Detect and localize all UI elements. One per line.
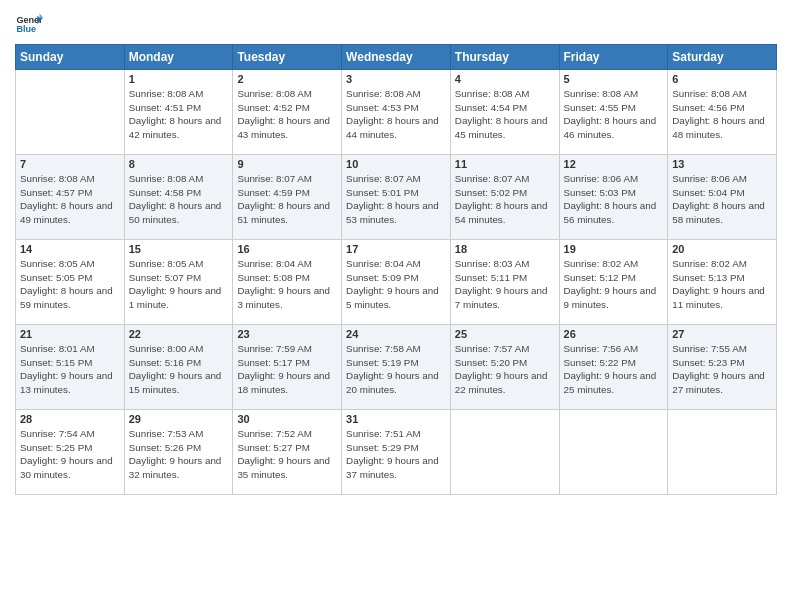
day-cell: 11Sunrise: 8:07 AMSunset: 5:02 PMDayligh… xyxy=(450,155,559,240)
day-number: 31 xyxy=(346,413,446,425)
day-cell: 21Sunrise: 8:01 AMSunset: 5:15 PMDayligh… xyxy=(16,325,125,410)
header-row: SundayMondayTuesdayWednesdayThursdayFrid… xyxy=(16,45,777,70)
day-cell: 20Sunrise: 8:02 AMSunset: 5:13 PMDayligh… xyxy=(668,240,777,325)
logo: General Blue xyxy=(15,10,47,38)
day-info: Sunrise: 8:00 AMSunset: 5:16 PMDaylight:… xyxy=(129,342,229,397)
day-number: 6 xyxy=(672,73,772,85)
day-number: 28 xyxy=(20,413,120,425)
day-cell: 16Sunrise: 8:04 AMSunset: 5:08 PMDayligh… xyxy=(233,240,342,325)
day-cell: 28Sunrise: 7:54 AMSunset: 5:25 PMDayligh… xyxy=(16,410,125,495)
day-cell: 2Sunrise: 8:08 AMSunset: 4:52 PMDaylight… xyxy=(233,70,342,155)
day-info: Sunrise: 8:05 AMSunset: 5:07 PMDaylight:… xyxy=(129,257,229,312)
week-row-4: 21Sunrise: 8:01 AMSunset: 5:15 PMDayligh… xyxy=(16,325,777,410)
day-cell: 12Sunrise: 8:06 AMSunset: 5:03 PMDayligh… xyxy=(559,155,668,240)
calendar-table: SundayMondayTuesdayWednesdayThursdayFrid… xyxy=(15,44,777,495)
day-info: Sunrise: 8:08 AMSunset: 4:53 PMDaylight:… xyxy=(346,87,446,142)
day-info: Sunrise: 8:07 AMSunset: 4:59 PMDaylight:… xyxy=(237,172,337,227)
day-number: 15 xyxy=(129,243,229,255)
day-number: 3 xyxy=(346,73,446,85)
day-cell: 1Sunrise: 8:08 AMSunset: 4:51 PMDaylight… xyxy=(124,70,233,155)
header-saturday: Saturday xyxy=(668,45,777,70)
day-number: 12 xyxy=(564,158,664,170)
day-cell: 18Sunrise: 8:03 AMSunset: 5:11 PMDayligh… xyxy=(450,240,559,325)
day-cell: 22Sunrise: 8:00 AMSunset: 5:16 PMDayligh… xyxy=(124,325,233,410)
day-info: Sunrise: 8:08 AMSunset: 4:58 PMDaylight:… xyxy=(129,172,229,227)
day-cell xyxy=(668,410,777,495)
day-number: 8 xyxy=(129,158,229,170)
day-cell: 17Sunrise: 8:04 AMSunset: 5:09 PMDayligh… xyxy=(342,240,451,325)
day-info: Sunrise: 8:03 AMSunset: 5:11 PMDaylight:… xyxy=(455,257,555,312)
day-info: Sunrise: 7:52 AMSunset: 5:27 PMDaylight:… xyxy=(237,427,337,482)
day-cell: 29Sunrise: 7:53 AMSunset: 5:26 PMDayligh… xyxy=(124,410,233,495)
day-info: Sunrise: 8:08 AMSunset: 4:55 PMDaylight:… xyxy=(564,87,664,142)
day-cell: 31Sunrise: 7:51 AMSunset: 5:29 PMDayligh… xyxy=(342,410,451,495)
day-info: Sunrise: 7:53 AMSunset: 5:26 PMDaylight:… xyxy=(129,427,229,482)
week-row-1: 1Sunrise: 8:08 AMSunset: 4:51 PMDaylight… xyxy=(16,70,777,155)
day-info: Sunrise: 8:02 AMSunset: 5:13 PMDaylight:… xyxy=(672,257,772,312)
day-cell xyxy=(450,410,559,495)
header-sunday: Sunday xyxy=(16,45,125,70)
day-cell: 10Sunrise: 8:07 AMSunset: 5:01 PMDayligh… xyxy=(342,155,451,240)
day-info: Sunrise: 7:57 AMSunset: 5:20 PMDaylight:… xyxy=(455,342,555,397)
day-number: 29 xyxy=(129,413,229,425)
day-info: Sunrise: 8:06 AMSunset: 5:03 PMDaylight:… xyxy=(564,172,664,227)
header: General Blue xyxy=(15,10,777,38)
day-cell: 13Sunrise: 8:06 AMSunset: 5:04 PMDayligh… xyxy=(668,155,777,240)
day-info: Sunrise: 8:07 AMSunset: 5:01 PMDaylight:… xyxy=(346,172,446,227)
day-cell: 14Sunrise: 8:05 AMSunset: 5:05 PMDayligh… xyxy=(16,240,125,325)
day-info: Sunrise: 8:08 AMSunset: 4:51 PMDaylight:… xyxy=(129,87,229,142)
header-monday: Monday xyxy=(124,45,233,70)
day-info: Sunrise: 8:06 AMSunset: 5:04 PMDaylight:… xyxy=(672,172,772,227)
day-info: Sunrise: 7:59 AMSunset: 5:17 PMDaylight:… xyxy=(237,342,337,397)
day-cell xyxy=(16,70,125,155)
day-info: Sunrise: 8:08 AMSunset: 4:57 PMDaylight:… xyxy=(20,172,120,227)
day-info: Sunrise: 7:56 AMSunset: 5:22 PMDaylight:… xyxy=(564,342,664,397)
day-number: 17 xyxy=(346,243,446,255)
day-info: Sunrise: 7:55 AMSunset: 5:23 PMDaylight:… xyxy=(672,342,772,397)
day-number: 1 xyxy=(129,73,229,85)
logo-icon: General Blue xyxy=(15,10,43,38)
day-number: 22 xyxy=(129,328,229,340)
day-cell: 19Sunrise: 8:02 AMSunset: 5:12 PMDayligh… xyxy=(559,240,668,325)
day-info: Sunrise: 7:58 AMSunset: 5:19 PMDaylight:… xyxy=(346,342,446,397)
day-number: 19 xyxy=(564,243,664,255)
day-info: Sunrise: 8:02 AMSunset: 5:12 PMDaylight:… xyxy=(564,257,664,312)
day-info: Sunrise: 7:54 AMSunset: 5:25 PMDaylight:… xyxy=(20,427,120,482)
day-number: 26 xyxy=(564,328,664,340)
header-friday: Friday xyxy=(559,45,668,70)
day-cell: 23Sunrise: 7:59 AMSunset: 5:17 PMDayligh… xyxy=(233,325,342,410)
day-number: 16 xyxy=(237,243,337,255)
day-info: Sunrise: 8:08 AMSunset: 4:54 PMDaylight:… xyxy=(455,87,555,142)
day-number: 14 xyxy=(20,243,120,255)
day-number: 18 xyxy=(455,243,555,255)
day-number: 21 xyxy=(20,328,120,340)
day-cell: 5Sunrise: 8:08 AMSunset: 4:55 PMDaylight… xyxy=(559,70,668,155)
day-info: Sunrise: 8:08 AMSunset: 4:56 PMDaylight:… xyxy=(672,87,772,142)
day-cell: 4Sunrise: 8:08 AMSunset: 4:54 PMDaylight… xyxy=(450,70,559,155)
day-cell: 24Sunrise: 7:58 AMSunset: 5:19 PMDayligh… xyxy=(342,325,451,410)
day-cell: 25Sunrise: 7:57 AMSunset: 5:20 PMDayligh… xyxy=(450,325,559,410)
day-number: 10 xyxy=(346,158,446,170)
day-cell: 8Sunrise: 8:08 AMSunset: 4:58 PMDaylight… xyxy=(124,155,233,240)
day-cell: 15Sunrise: 8:05 AMSunset: 5:07 PMDayligh… xyxy=(124,240,233,325)
day-cell: 3Sunrise: 8:08 AMSunset: 4:53 PMDaylight… xyxy=(342,70,451,155)
day-number: 20 xyxy=(672,243,772,255)
day-info: Sunrise: 8:04 AMSunset: 5:08 PMDaylight:… xyxy=(237,257,337,312)
day-number: 9 xyxy=(237,158,337,170)
day-cell: 6Sunrise: 8:08 AMSunset: 4:56 PMDaylight… xyxy=(668,70,777,155)
day-number: 7 xyxy=(20,158,120,170)
day-info: Sunrise: 8:05 AMSunset: 5:05 PMDaylight:… xyxy=(20,257,120,312)
day-info: Sunrise: 8:08 AMSunset: 4:52 PMDaylight:… xyxy=(237,87,337,142)
day-cell xyxy=(559,410,668,495)
day-number: 24 xyxy=(346,328,446,340)
day-info: Sunrise: 8:01 AMSunset: 5:15 PMDaylight:… xyxy=(20,342,120,397)
day-info: Sunrise: 8:07 AMSunset: 5:02 PMDaylight:… xyxy=(455,172,555,227)
day-number: 2 xyxy=(237,73,337,85)
day-cell: 27Sunrise: 7:55 AMSunset: 5:23 PMDayligh… xyxy=(668,325,777,410)
header-thursday: Thursday xyxy=(450,45,559,70)
day-number: 13 xyxy=(672,158,772,170)
page: General Blue SundayMondayTuesdayWednesda… xyxy=(0,0,792,612)
day-number: 25 xyxy=(455,328,555,340)
day-number: 23 xyxy=(237,328,337,340)
header-wednesday: Wednesday xyxy=(342,45,451,70)
